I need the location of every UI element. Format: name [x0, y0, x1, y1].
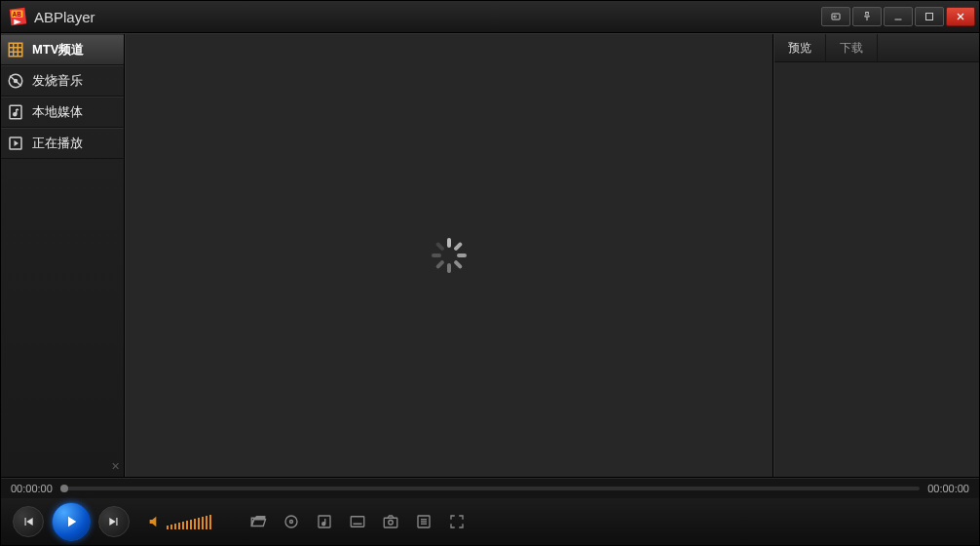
tab-label: 下载 — [840, 40, 863, 57]
sidebar-item-label: MTV频道 — [32, 41, 84, 58]
volume-control[interactable] — [147, 514, 211, 529]
subtitle-button[interactable] — [348, 512, 367, 531]
grid-icon — [7, 41, 24, 58]
sidebar-item-label: 正在播放 — [32, 135, 83, 152]
music-button[interactable] — [315, 512, 334, 531]
video-area[interactable] — [125, 34, 773, 477]
tab-label: 预览 — [788, 40, 811, 57]
tab-download[interactable]: 下载 — [826, 34, 878, 61]
window-back-button[interactable] — [821, 7, 850, 26]
app-logo-icon: AB — [7, 6, 28, 27]
app-window: AB ABPlayer MTV频道 — [0, 0, 980, 546]
tab-preview[interactable]: 预览 — [774, 34, 826, 61]
sidebar-item-mtv[interactable]: MTV频道 — [1, 34, 124, 65]
window-close-button[interactable] — [946, 7, 975, 26]
svg-rect-23 — [384, 518, 397, 527]
controls-bar — [1, 498, 979, 545]
main-area: MTV频道 发烧音乐 本地媒体 正在播放 ✕ — [1, 33, 979, 478]
disc-button[interactable] — [282, 512, 301, 531]
svg-text:AB: AB — [13, 11, 22, 18]
previous-button[interactable] — [13, 506, 44, 537]
window-maximize-button[interactable] — [915, 7, 944, 26]
sidebar-item-nowplaying[interactable]: 正在播放 — [1, 128, 124, 159]
music-file-icon — [7, 103, 24, 121]
time-total: 00:00:00 — [927, 483, 969, 494]
svg-rect-21 — [351, 517, 364, 527]
svg-rect-7 — [9, 43, 22, 57]
volume-icon — [147, 514, 163, 529]
window-minimize-button[interactable] — [884, 7, 913, 26]
time-current: 00:00:00 — [11, 483, 53, 494]
window-pin-button[interactable] — [852, 7, 882, 26]
svg-point-15 — [14, 113, 17, 116]
sidebar-item-label: 本地媒体 — [32, 103, 83, 121]
app-title: ABPlayer — [34, 9, 95, 25]
toolbar — [248, 512, 467, 531]
sidebar: MTV频道 发烧音乐 本地媒体 正在播放 ✕ — [1, 34, 125, 477]
seek-slider[interactable] — [60, 487, 920, 490]
svg-point-20 — [322, 523, 325, 526]
playlist-button[interactable] — [414, 512, 433, 531]
disc-icon — [7, 72, 24, 90]
right-panel-tabs: 预览 下载 — [774, 34, 979, 62]
sidebar-item-music[interactable]: 发烧音乐 — [1, 65, 124, 97]
progress-bar-row: 00:00:00 00:00:00 — [1, 478, 979, 498]
sidebar-item-label: 发烧音乐 — [32, 72, 83, 90]
svg-point-24 — [389, 521, 394, 526]
svg-point-18 — [290, 521, 293, 524]
volume-bars[interactable] — [167, 514, 211, 529]
fullscreen-button[interactable] — [447, 512, 467, 531]
right-panel-body — [774, 62, 979, 477]
sidebar-item-local[interactable]: 本地媒体 — [1, 97, 124, 128]
sidebar-collapse-button[interactable]: ✕ — [111, 460, 120, 473]
seek-thumb[interactable] — [60, 485, 68, 492]
open-file-button[interactable] — [248, 512, 268, 531]
play-button[interactable] — [52, 502, 91, 541]
loading-spinner-icon — [432, 238, 467, 273]
play-box-icon — [7, 135, 24, 152]
titlebar: AB ABPlayer — [1, 1, 979, 33]
svg-point-17 — [285, 516, 297, 527]
right-panel: 预览 下载 — [773, 34, 979, 477]
svg-rect-22 — [354, 524, 362, 526]
svg-rect-4 — [926, 14, 933, 20]
snapshot-button[interactable] — [381, 512, 400, 531]
next-button[interactable] — [98, 506, 130, 537]
